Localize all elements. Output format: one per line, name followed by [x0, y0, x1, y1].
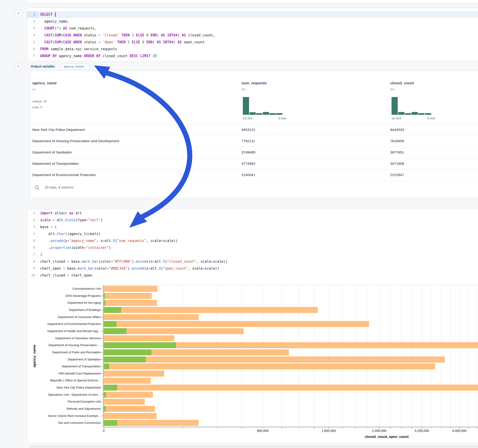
table-row[interactable]: New York City Police Department945313194… — [30, 124, 478, 136]
line-number: 7 — [27, 54, 35, 58]
code-token: SUM — [55, 33, 61, 37]
x-axis-tick-label: 1,600,000 — [321, 429, 336, 433]
active-line-highlight — [27, 11, 478, 18]
column-type: str — [32, 87, 36, 91]
code-token: alt. — [40, 232, 57, 236]
code-token: = — [107, 266, 109, 271]
column-header-closed_count[interactable]: closed_count — [390, 81, 414, 85]
y-axis-label: Mayorâ€ s Office of Special Enforce… — [25, 379, 101, 382]
code-token: = — [50, 225, 53, 229]
table-cell: Department of Housing Preservation and D… — [32, 139, 119, 143]
table-row[interactable]: Department of Sanitation37494853677651 — [30, 147, 478, 158]
code-token: ) — [59, 26, 63, 31]
x-axis-tick — [299, 427, 299, 428]
bar-closed-count — [104, 378, 151, 384]
column-header-num_requests[interactable]: num_requests — [241, 81, 267, 85]
code-token: "open_count" — [163, 266, 188, 271]
y-axis-label: Operations Unit - Department of Hom… — [25, 393, 101, 396]
code-token: AS — [177, 40, 182, 44]
code-token: chart_open — [40, 266, 63, 271]
column-header-agency_name[interactable]: agency_name — [32, 81, 57, 85]
x-axis-tick — [241, 427, 242, 428]
next-cell-edge — [30, 446, 478, 448]
x-axis-tick-label: 4,000,000 — [452, 429, 466, 433]
bar-closed-count — [104, 385, 478, 391]
code-token: ( — [165, 260, 167, 264]
bar-open-count — [104, 356, 146, 362]
column-stat: nulls: 0 — [32, 106, 42, 109]
bar-closed-count — [104, 371, 164, 377]
code-token: "closed_count" — [167, 260, 196, 264]
code-token: ORDER BY — [84, 54, 101, 58]
code-token — [40, 33, 44, 37]
y-axis-tick — [101, 296, 103, 296]
search-icon[interactable] — [35, 185, 40, 190]
x-axis-tick — [263, 427, 263, 428]
bar-closed-count — [104, 413, 157, 419]
code-token: X — [159, 266, 161, 271]
x-axis-tick — [355, 427, 356, 428]
code-token: INT64 — [167, 33, 177, 37]
y-axis-tick — [101, 367, 103, 367]
code-token — [149, 33, 151, 37]
output-variable-badge[interactable]: agency_tickets — [61, 64, 89, 70]
y-axis-tick — [101, 423, 103, 423]
code-line: .properties(width="container") — [40, 244, 111, 251]
table-row[interactable]: Department of Environmental Protection22… — [30, 169, 478, 181]
bar-open-count — [104, 349, 151, 355]
code-token: (agency_tickets) — [67, 232, 101, 236]
x-axis-tick — [390, 427, 391, 428]
table-row[interactable]: Department of Housing Preservation and D… — [30, 136, 478, 147]
code-token — [140, 40, 142, 44]
x-axis-tick — [314, 427, 314, 428]
code-token: chart_closed — [40, 273, 67, 277]
code-token: = — [98, 33, 101, 37]
y-axis-label: New York City Police Department — [25, 386, 101, 389]
code-token — [71, 40, 73, 44]
line-number: 3 — [27, 26, 35, 30]
code-token: as — [69, 211, 73, 215]
code-token: ) — [40, 253, 42, 257]
x-axis-tick — [329, 427, 329, 428]
y-axis-tick — [101, 289, 103, 289]
code-token: AS — [182, 33, 186, 37]
x-axis-tick-label: 3,200,000 — [415, 429, 429, 433]
row-separator — [30, 181, 478, 181]
line-number: 6 — [27, 47, 35, 51]
code-token: X — [163, 260, 165, 264]
code-token: ( — [53, 40, 55, 44]
code-token: THEN — [121, 33, 130, 37]
code-token: END — [146, 40, 153, 44]
code-token: open_count — [182, 40, 205, 44]
chart-gridline — [241, 285, 242, 427]
table-row[interactable]: Department of Transportation377489234719… — [30, 158, 478, 169]
table-cell: 7618456 — [390, 139, 404, 143]
column-type: i64 — [241, 87, 245, 91]
chart-gridline — [282, 285, 282, 427]
chart-gridline — [299, 285, 299, 427]
code-token: 1 — [127, 40, 130, 44]
code-token: ( — [161, 266, 163, 271]
code-token: "container" — [86, 246, 109, 250]
add-cell-button-top[interactable]: + — [15, 10, 22, 17]
code-line: alt.Chart(agency_tickets) — [40, 230, 101, 237]
chart-gridline — [422, 285, 422, 427]
code-token: encode — [132, 266, 144, 271]
add-cell-button-output[interactable]: + — [15, 63, 22, 70]
code-token: , scale — [188, 266, 202, 271]
code-token: ) — [153, 40, 157, 44]
y-axis-tick — [101, 402, 103, 402]
line-number: 10 — [27, 273, 35, 277]
code-line: GROUP BY agency_name ORDER BY closed_cou… — [40, 53, 157, 59]
code-token — [71, 33, 73, 37]
code-token: ( — [53, 33, 55, 37]
code-token: SUM — [55, 40, 61, 44]
y-axis-tick — [101, 388, 103, 388]
y-axis-label: Department of Parks and Recreation — [25, 351, 101, 354]
code-token: (x — [149, 260, 153, 264]
code-token: chart_closed — [40, 260, 67, 264]
code-token: altair — [53, 211, 69, 215]
chart-gridline — [390, 285, 391, 427]
y-axis-label: Department of Transportation — [25, 365, 101, 368]
code-token: = — [53, 218, 55, 222]
